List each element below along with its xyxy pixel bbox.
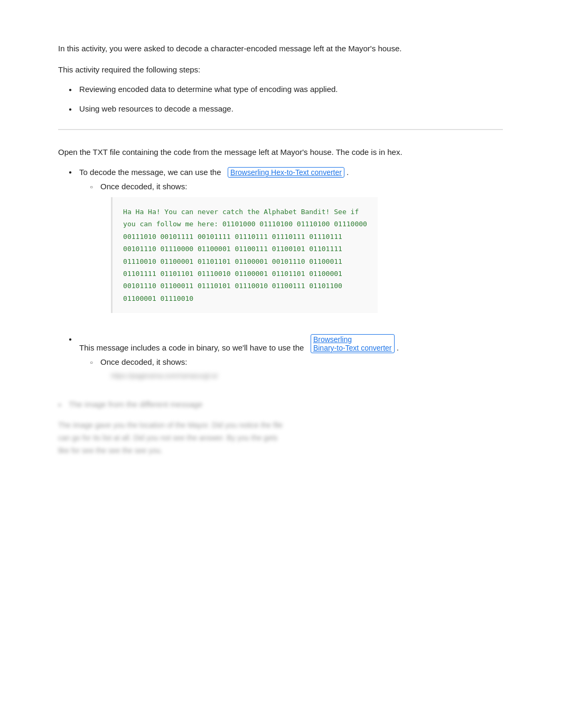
- intro-para1: In this activity, you were asked to deco…: [58, 42, 503, 55]
- bullet-binary-text-before: This message includes a code in binary, …: [79, 343, 304, 352]
- bullet-hex-text-after: .: [347, 168, 349, 177]
- bullet-hex-decoder: To decode the message, we can use the Br…: [58, 167, 503, 324]
- hex-converter-link[interactable]: Browserling Hex-to-Text converter: [228, 167, 344, 178]
- binary-sub-item: Once decoded, it shows: https://pagerama…: [79, 357, 399, 385]
- decoded-binary-blurred: https://pagerama.com/ramacurgl ar: [111, 372, 218, 380]
- binary-sub-content: Once decoded, it shows: https://pagerama…: [100, 357, 218, 385]
- decoded-hex-code: Ha Ha Ha! You can never catch the Alphab…: [111, 197, 378, 313]
- bullet-binary-decoder: This message includes a code in binary, …: [58, 334, 503, 389]
- bullet-hex-content: To decode the message, we can use the Br…: [79, 167, 378, 324]
- blurred-bullet-item: The image from the different message: [58, 400, 503, 409]
- once-decoded-label-2: Once decoded, it shows:: [100, 357, 187, 366]
- hex-sub-list: Once decoded, it shows: Ha Ha Ha! You ca…: [79, 182, 378, 319]
- hex-sub-content: Once decoded, it shows: Ha Ha Ha! You ca…: [100, 182, 378, 319]
- blurred-paragraph-block: The image gave you the location of the M…: [58, 419, 503, 457]
- bullet-binary-content: This message includes a code in binary, …: [79, 334, 399, 389]
- once-decoded-label-1: Once decoded, it shows:: [100, 182, 187, 191]
- intro-bullet-list: Reviewing encoded data to determine what…: [58, 85, 503, 113]
- page-content: In this activity, you were asked to deco…: [58, 42, 503, 457]
- binary-converter-link[interactable]: Browserling Binary-to-Text converter: [311, 334, 395, 353]
- bullet-hex-text-before: To decode the message, we can use the: [79, 168, 221, 177]
- main-bullet-list: To decode the message, we can use the Br…: [58, 167, 503, 389]
- section-divider: [58, 129, 503, 130]
- bullet-binary-text-after: .: [397, 343, 399, 352]
- binary-sub-list: Once decoded, it shows: https://pagerama…: [79, 357, 399, 385]
- hex-sub-item: Once decoded, it shows: Ha Ha Ha! You ca…: [79, 182, 378, 319]
- blurred-bullet-text: The image from the different message: [69, 400, 202, 409]
- section2-para1: Open the TXT file containing the code fr…: [58, 146, 503, 159]
- intro-bullet-1: Reviewing encoded data to determine what…: [58, 85, 503, 94]
- intro-para2: This activity required the following ste…: [58, 63, 503, 76]
- intro-bullet-2: Using web resources to decode a message.: [58, 104, 503, 113]
